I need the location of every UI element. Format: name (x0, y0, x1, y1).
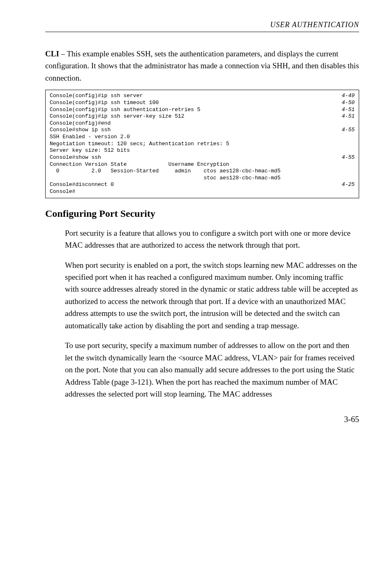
code-line: Console(config)#ip ssh server-key size 5… (50, 113, 355, 120)
code-text: Console#show ip ssh (50, 127, 111, 134)
code-ref: 4-51 (335, 113, 355, 120)
intro-paragraph: CLI – This example enables SSH, sets the… (45, 48, 359, 84)
section-heading: Configuring Port Security (45, 208, 359, 219)
code-ref: 4-50 (335, 100, 355, 107)
code-ref (348, 175, 355, 182)
code-text: SSH Enabled - version 2.0 (50, 134, 130, 141)
code-ref (348, 147, 355, 154)
intro-text: – This example enables SSH, sets the aut… (45, 49, 359, 82)
header-rule (45, 32, 359, 32)
code-line: Negotiation timeout: 120 secs; Authentic… (50, 141, 355, 148)
code-line: Console(config)#ip ssh authentication-re… (50, 107, 355, 114)
code-text: Console(config)#end (50, 120, 111, 127)
code-text: Console# (50, 188, 75, 195)
code-line: Console(config)#ip ssh timeout 1004-50 (50, 100, 355, 107)
code-ref (348, 161, 355, 168)
code-text: Console(config)#ip ssh authentication-re… (50, 107, 201, 114)
code-text: Connection Version State Username Encryp… (50, 161, 229, 168)
running-header: USER AUTHENTICATION (45, 21, 359, 29)
code-text: Console(config)#ip ssh timeout 100 (50, 100, 159, 107)
code-line: Console#disconnect 04-25 (50, 181, 355, 188)
code-ref (348, 141, 355, 148)
section-para-1: Port security is a feature that allows y… (65, 227, 359, 251)
code-text: Console#disconnect 0 (50, 181, 114, 188)
code-text: stoc aes128-cbc-hmac-md5 (50, 175, 281, 182)
code-text: Console#show ssh (50, 154, 101, 161)
code-text: Console(config)#ip ssh server (50, 93, 143, 100)
code-text: 0 2.0 Session-Started admin ctos aes128-… (50, 168, 281, 175)
code-line: 0 2.0 Session-Started admin ctos aes128-… (50, 168, 355, 175)
code-ref (348, 134, 355, 141)
page-number: 3-65 (45, 415, 359, 424)
code-line: Console#show ip ssh4-55 (50, 127, 355, 134)
code-line: Console# (50, 188, 355, 195)
code-line: Connection Version State Username Encryp… (50, 161, 355, 168)
cli-label: CLI (45, 49, 59, 58)
code-ref: 4-55 (335, 154, 355, 161)
code-ref: 4-25 (335, 181, 355, 188)
code-ref (348, 120, 355, 127)
code-line: Server key size: 512 bits (50, 147, 355, 154)
section-para-2: When port security is enabled on a port,… (65, 259, 359, 332)
code-text: Negotiation timeout: 120 secs; Authentic… (50, 141, 229, 148)
code-line: SSH Enabled - version 2.0 (50, 134, 355, 141)
code-block: Console(config)#ip ssh server4-49Console… (45, 90, 359, 198)
code-line: Console(config)#ip ssh server4-49 (50, 93, 355, 100)
code-text: Server key size: 512 bits (50, 147, 130, 154)
code-ref: 4-49 (335, 93, 355, 100)
code-line: stoc aes128-cbc-hmac-md5 (50, 175, 355, 182)
section-para-3: To use port security, specify a maximum … (65, 339, 359, 400)
running-header-text: USER AUTHENTICATION (270, 21, 359, 29)
code-line: Console(config)#end (50, 120, 355, 127)
code-ref: 4-55 (335, 127, 355, 134)
code-line: Console#show ssh4-55 (50, 154, 355, 161)
code-ref (348, 188, 355, 195)
code-ref (348, 168, 355, 175)
code-text: Console(config)#ip ssh server-key size 5… (50, 113, 184, 120)
code-ref: 4-51 (335, 107, 355, 114)
